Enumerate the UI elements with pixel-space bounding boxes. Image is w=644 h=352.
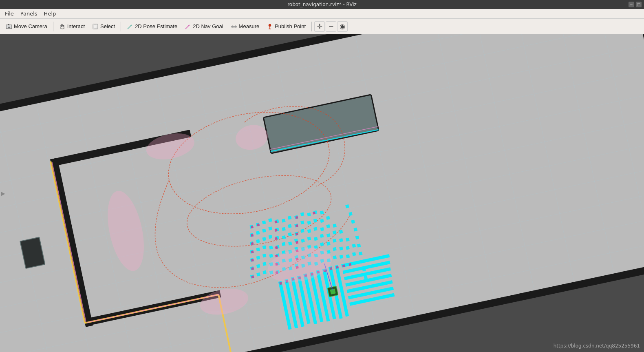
svg-rect-157 [333,255,337,259]
svg-rect-140 [333,247,336,251]
svg-rect-78 [307,221,311,224]
select-label: Select [100,23,115,29]
svg-rect-85 [269,235,272,239]
interact-button[interactable]: Interact [56,22,88,31]
select-icon [92,23,99,30]
svg-rect-172 [257,224,260,226]
select-button[interactable]: Select [89,22,118,31]
svg-rect-159 [346,254,350,258]
svg-rect-171 [251,226,254,228]
svg-rect-143 [352,244,356,248]
svg-rect-65 [300,212,304,216]
svg-rect-93 [320,227,324,231]
svg-rect-122 [320,242,324,246]
crosshair-icon: ✛ [317,22,322,30]
svg-rect-91 [307,229,311,233]
svg-rect-180 [275,237,278,240]
svg-rect-179 [251,242,254,245]
minus-icon: − [328,22,333,30]
menu-help[interactable]: Help [41,10,60,18]
svg-rect-170 [364,275,367,279]
svg-rect-177 [275,229,278,232]
svg-rect-109 [333,230,336,234]
svg-rect-59 [262,220,266,224]
svg-rect-112 [256,256,260,259]
svg-rect-87 [282,235,286,239]
svg-rect-92 [313,227,317,231]
crosshair-button[interactable]: ✛ [314,21,325,32]
svg-rect-68 [320,210,324,214]
svg-rect-81 [326,216,330,219]
svg-rect-70 [256,231,260,235]
window-title: robot_navigation.rviz* - RViz [287,2,357,7]
separator-1 [53,22,53,31]
nav-goal-label: 2D Nav Goal [193,23,223,29]
separator-2 [121,22,121,31]
svg-rect-2 [8,24,9,25]
maximize-button[interactable]: □ [636,2,642,7]
svg-rect-129 [262,262,266,266]
svg-rect-107 [320,234,324,238]
menubar: File Panels Help [0,9,644,19]
svg-rect-146 [262,270,266,274]
svg-rect-175 [313,212,315,215]
measure-icon [231,23,237,30]
svg-rect-75 [288,224,291,228]
svg-rect-176 [251,234,254,237]
svg-rect-141 [339,246,343,250]
titlebar: robot_navigation.rviz* - RViz ─ □ [0,0,644,9]
svg-rect-163 [351,220,355,224]
pose-estimate-button[interactable]: 2D Pose Estimate [124,22,181,31]
svg-rect-98 [262,246,266,249]
svg-rect-160 [352,252,356,256]
svg-rect-114 [269,254,273,258]
svg-rect-222 [348,263,351,266]
svg-rect-125 [339,238,343,242]
eye-button[interactable]: ◉ [337,21,348,32]
svg-rect-97 [256,248,260,251]
svg-rect-224 [330,289,336,294]
hand-icon [59,23,66,30]
svg-rect-104 [301,239,304,243]
camera-icon [6,23,12,30]
svg-rect-167 [359,252,362,255]
separator-3 [311,22,312,31]
svg-rect-77 [300,221,304,224]
menu-panels[interactable]: Panels [17,10,41,18]
svg-rect-165 [355,236,359,239]
toolbar: Move Camera Interact Select 2D Pose Esti… [0,19,644,34]
publish-point-button[interactable]: Publish Point [263,22,309,31]
svg-rect-166 [357,244,361,247]
svg-rect-123 [326,242,330,246]
svg-rect-183 [275,246,278,249]
svg-rect-88 [288,232,291,236]
svg-rect-188 [251,267,254,270]
pose-icon [127,23,133,30]
viewport[interactable]: ▶ https://blog.csdn.net/qq825255961 [0,34,644,352]
svg-rect-162 [348,212,352,216]
svg-rect-184 [296,241,298,244]
svg-rect-142 [346,246,349,250]
publish-icon [267,23,273,30]
minimize-button[interactable]: ─ [629,2,634,7]
svg-rect-95 [333,224,336,228]
svg-point-13 [269,24,271,27]
svg-rect-105 [307,237,311,240]
svg-rect-124 [333,239,336,242]
menu-file[interactable]: File [2,10,17,18]
svg-rect-108 [326,233,330,237]
svg-rect-84 [262,237,266,241]
svg-rect-110 [339,230,343,234]
minus-button[interactable]: − [326,21,336,32]
measure-button[interactable]: Measure [227,22,263,31]
nav-icon [185,23,191,30]
svg-rect-102 [288,241,292,245]
svg-rect-63 [288,216,291,219]
move-camera-button[interactable]: Move Camera [2,22,51,31]
svg-rect-83 [256,239,260,243]
svg-rect-79 [313,219,317,222]
svg-rect-101 [282,242,285,246]
nav-goal-button[interactable]: 2D Nav Goal [181,22,226,31]
measure-label: Measure [239,23,260,29]
svg-rect-60 [268,218,272,222]
